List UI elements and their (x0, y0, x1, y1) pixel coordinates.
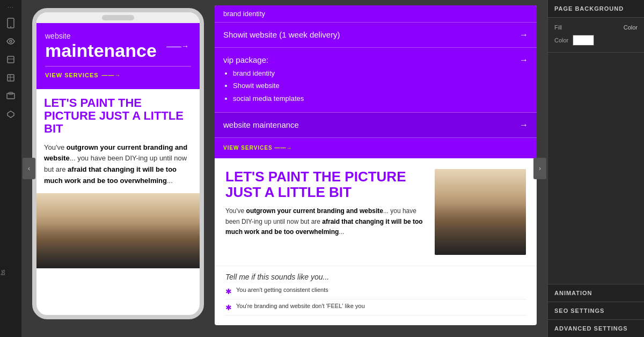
mobile-frame: website maintenance VIEW SERVICES ——→ ——… (32, 8, 204, 319)
desktop-view-services-btn[interactable]: VIEW SERVICES ——→ (223, 145, 292, 151)
vip-item-1: brand identity (233, 67, 304, 79)
layers-icon-2[interactable] (3, 70, 18, 85)
desktop-body-suffix: ... (339, 228, 344, 236)
vip-label: vip package: (223, 55, 268, 64)
tell-me-bullet-2: ✱ (225, 303, 232, 312)
vip-arrow: → (519, 55, 528, 65)
desktop-content-left: LET'S PAINT THE PICTURE JUST A LITTLE BI… (225, 169, 426, 255)
color-swatch[interactable] (573, 35, 594, 46)
layers-icon-3[interactable] (3, 89, 18, 104)
mobile-content-section: LET'S PAINT THE PICTURE JUST A LITTLE BI… (36, 89, 200, 187)
mobile-body-text: You've outgrown your current branding an… (44, 142, 192, 187)
view-services-arrow: ——→ (102, 72, 121, 78)
service-showit-arrow: → (519, 30, 528, 40)
person-photo (36, 193, 200, 268)
tell-me-text-1: You aren't getting consistent clients (236, 287, 328, 293)
nav-arrow-right[interactable]: › (533, 158, 546, 179)
eye-icon[interactable] (3, 34, 18, 49)
tell-me-title: Tell me if this sounds like you... (225, 273, 526, 281)
desktop-body-bold1: outgrown your current branding and websi… (246, 207, 383, 215)
svg-rect-3 (8, 56, 14, 63)
desktop-view-services-section: VIEW SERVICES ——→ (215, 138, 537, 158)
layers-icon-1[interactable] (3, 52, 18, 67)
desktop-headline: LET'S PAINT THE PICTURE JUST A LITTLE BI… (225, 169, 426, 200)
mobile-headline: LET'S PAINT THE PICTURE JUST A LITTLE BI… (44, 97, 192, 136)
vip-list: brand identity Showit website social med… (223, 67, 304, 105)
nav-arrow-left[interactable]: ‹ (23, 158, 35, 179)
mobile-hero-divider (45, 66, 191, 67)
body-prefix: You've (44, 143, 67, 151)
mobile-hero-section: website maintenance VIEW SERVICES ——→ ——… (36, 23, 200, 89)
mobile-notch-bar (36, 12, 200, 23)
color-row: Color (554, 35, 638, 46)
vip-item-2: Showit website (233, 79, 304, 92)
mobile-person-image (36, 193, 200, 268)
desktop-body-prefix: You've (225, 207, 246, 215)
maintenance-arrow: → (519, 120, 528, 130)
desktop-content-section: LET'S PAINT THE PICTURE JUST A LITTLE BI… (215, 158, 537, 266)
desktop-preview[interactable]: brand identity Showit website (1 week de… (215, 5, 537, 325)
left-sidebar: ··· bs (0, 0, 21, 337)
sidebar-label: bs (0, 270, 6, 276)
mobile-notch (102, 15, 134, 20)
fill-row: Fill Color (554, 24, 638, 31)
color-label: Color (554, 37, 568, 43)
tell-me-bullet-1: ✱ (225, 287, 232, 296)
tell-me-section: Tell me if this sounds like you... ✱ You… (215, 266, 537, 325)
mobile-hero-subtitle: website (45, 32, 191, 40)
seo-settings-section[interactable]: SEO SETTINGS (548, 302, 644, 319)
maintenance-label: website maintenance (223, 120, 299, 129)
service-item-showit[interactable]: Showit website (1 week delivery) → (215, 23, 537, 48)
service-item-maintenance[interactable]: website maintenance → (215, 113, 537, 138)
animation-section[interactable]: ANIMATION (548, 284, 644, 302)
main-area: ‹ website maintenance VIEW SERVICES ——→ … (21, 0, 644, 337)
right-panel-footer: ANIMATION SEO SETTINGS ADVANCED SETTINGS (548, 284, 644, 337)
brand-identity-row: brand identity (215, 5, 537, 23)
advanced-settings-section[interactable]: ADVANCED SETTINGS (548, 319, 644, 337)
sidebar-dots-icon[interactable]: ··· (8, 4, 13, 10)
svg-point-1 (10, 26, 11, 27)
fill-section: Fill Color Color (548, 18, 644, 53)
brand-identity-text: brand identity (223, 10, 265, 18)
right-panel: PAGE BACKGROUND Fill Color Color ANIMATI… (547, 0, 644, 337)
canvas-area: ‹ website maintenance VIEW SERVICES ——→ … (21, 0, 547, 337)
desktop-body-text: You've outgrown your current branding an… (225, 206, 426, 237)
vip-content: vip package: brand identity Showit websi… (223, 55, 304, 105)
fill-label: Fill (554, 24, 562, 31)
right-panel-header: PAGE BACKGROUND (548, 0, 644, 18)
tell-me-item-1: ✱ You aren't getting consistent clients (225, 287, 526, 299)
tell-me-item-2: ✱ You're branding and website don't 'FEE… (225, 303, 526, 316)
mobile-view-icon[interactable] (3, 16, 18, 31)
vip-item-3: social media templates (233, 92, 304, 105)
service-showit-label: Showit website (1 week delivery) (223, 30, 340, 39)
tell-me-text-2: You're branding and website don't 'FEEL'… (236, 303, 365, 309)
services-list: Showit website (1 week delivery) → vip p… (215, 23, 537, 138)
view-services-label: VIEW SERVICES (45, 72, 99, 78)
body-suffix: ... (167, 177, 173, 185)
layers-icon-4[interactable] (3, 107, 18, 122)
desktop-person-image (435, 169, 526, 255)
service-item-vip[interactable]: vip package: brand identity Showit websi… (215, 48, 537, 113)
svg-rect-5 (8, 75, 14, 81)
mobile-view-services-button[interactable]: VIEW SERVICES ——→ (45, 72, 191, 84)
mobile-top-arrow: ——→ (166, 42, 189, 50)
svg-point-2 (10, 40, 12, 42)
fill-value[interactable]: Color (624, 24, 638, 31)
desktop-person-photo (435, 169, 526, 255)
